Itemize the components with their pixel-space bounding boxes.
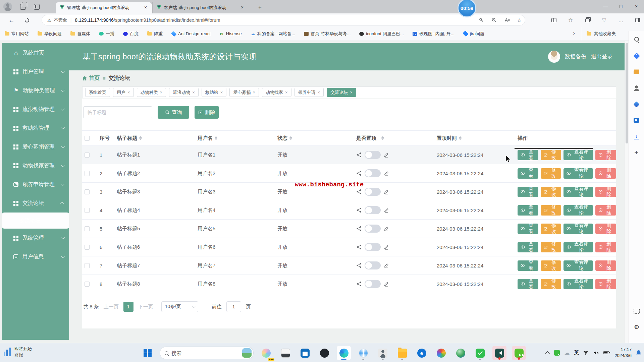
tab-close-icon[interactable]: ×	[239, 5, 245, 11]
data-backup-link[interactable]: 数据备份	[565, 53, 586, 60]
share-icon[interactable]	[356, 263, 362, 268]
bookmark-item[interactable]: 降重	[147, 31, 163, 37]
table-row[interactable]: 8 帖子标题8 用户名8 开放 2024-03-06 15:22:24 查看 修…	[82, 275, 616, 293]
search-icon[interactable]	[630, 34, 643, 46]
sidebar-item[interactable]: 交流论坛	[2, 194, 69, 213]
share-icon[interactable]	[356, 207, 362, 213]
share-icon[interactable]	[356, 281, 362, 287]
collections-icon[interactable]	[583, 16, 592, 24]
edit-button[interactable]: 修改	[541, 224, 561, 234]
page-scrollbar[interactable]	[625, 41, 629, 343]
edit-button[interactable]: 修改	[541, 168, 561, 179]
chip-close-icon[interactable]: ×	[253, 90, 255, 95]
table-row[interactable]: 7 帖子标题7 用户名7 开放 2024-03-06 15:22:24 查看 修…	[82, 256, 616, 275]
table-row[interactable]: 4 帖子标题4 用户名4 开放 2024-03-06 15:22:24 查看 修…	[82, 201, 616, 220]
sidebar-item[interactable]: 爱心募捐管理	[2, 137, 69, 156]
sort-carets[interactable]	[459, 136, 462, 140]
row-checkbox[interactable]	[85, 153, 90, 158]
battery-icon[interactable]	[603, 351, 610, 355]
bookmark-item[interactable]: Ant Design-react	[171, 31, 211, 36]
query-button[interactable]: 查询	[158, 106, 189, 119]
view-button[interactable]: 查看	[518, 224, 538, 234]
table-row[interactable]: 5 帖子标题5 用户名5 开放 2024-03-06 15:22:24 查看 修…	[82, 220, 616, 238]
pin-toggle[interactable]	[365, 280, 381, 288]
view-comments-button[interactable]: 查看评论	[564, 168, 593, 179]
edit-pencil-icon[interactable]	[384, 189, 389, 194]
edit-button[interactable]: 修改	[541, 242, 561, 252]
next-page-button[interactable]: 下一页	[138, 304, 153, 310]
delete-button[interactable]: 删除	[595, 187, 616, 197]
ime-language-indicator[interactable]: 英	[574, 350, 579, 356]
sidebar-item[interactable]: 用户管理	[2, 62, 69, 81]
remote-desktop-icon[interactable]	[376, 346, 390, 360]
page-size-select[interactable]: 10条/页	[161, 301, 198, 312]
microsoft365-icon[interactable]	[630, 98, 643, 111]
filter-tab-chip[interactable]: 动物种类 ×	[137, 88, 166, 97]
user-avatar[interactable]	[548, 51, 560, 63]
view-button[interactable]: 查看	[518, 260, 538, 271]
wechat-tray-icon[interactable]	[554, 350, 560, 356]
edit-button[interactable]: 修改	[541, 187, 561, 197]
sidebar-item[interactable]: 流浪动物管理	[2, 100, 69, 119]
edit-button[interactable]: 修改	[541, 205, 561, 216]
browser-profile-icon[interactable]	[3, 2, 12, 11]
edit-pencil-icon[interactable]	[384, 153, 389, 158]
view-button[interactable]: 查看	[518, 187, 538, 197]
pin-toggle[interactable]	[365, 243, 381, 251]
goto-page-input[interactable]	[226, 301, 241, 312]
sidebar-item[interactable]: 用户信息	[2, 247, 69, 266]
pin-toggle[interactable]	[365, 151, 381, 159]
globe-icon[interactable]	[453, 346, 468, 360]
bookmark-item[interactable]: Hisense	[219, 31, 242, 36]
edit-pencil-icon[interactable]	[384, 171, 389, 176]
zoom-out-icon[interactable]	[491, 17, 497, 23]
sort-carets[interactable]	[215, 136, 217, 140]
browser-essentials-icon[interactable]: ♡	[600, 16, 608, 24]
pinwheel-icon[interactable]	[434, 346, 448, 360]
address-bar[interactable]: ⚠ 不安全 | 8.129.11.174:9046/springbootem91…	[42, 15, 525, 25]
view-comments-button[interactable]: 查看评论	[564, 224, 593, 234]
start-button[interactable]	[141, 346, 154, 360]
e-browser-icon[interactable]: e	[415, 346, 429, 360]
more-menu-icon[interactable]: …	[616, 16, 625, 24]
edge-icon[interactable]	[337, 346, 351, 360]
sidebar-item[interactable]: 动物找家管理	[2, 156, 69, 175]
edit-pencil-icon[interactable]	[384, 263, 389, 268]
chip-close-icon[interactable]: ×	[350, 90, 353, 95]
view-button[interactable]: 查看	[518, 205, 538, 216]
delete-button[interactable]: 删除	[595, 150, 616, 160]
edit-pencil-icon[interactable]	[384, 282, 389, 287]
table-row[interactable]: 6 帖子标题6 用户名6 开放 2024-03-06 15:22:24 查看 修…	[82, 238, 616, 256]
green-check-app-icon[interactable]	[473, 346, 487, 360]
browser-tab[interactable]: 客户端-基于spring boot的流浪动 ×	[152, 2, 249, 13]
maximize-button[interactable]: □	[613, 0, 629, 13]
share-icon[interactable]	[356, 226, 362, 231]
prev-page-button[interactable]: 上一页	[104, 304, 119, 310]
filter-tab-chip[interactable]: 爱心募捐 ×	[229, 88, 259, 97]
edit-pencil-icon[interactable]	[384, 226, 389, 231]
weather-widget[interactable]: 即将开始财报	[3, 346, 32, 358]
copilot-icon[interactable]: PRE	[259, 346, 273, 360]
chip-close-icon[interactable]: ×	[285, 90, 288, 95]
share-icon[interactable]	[356, 244, 362, 250]
bookmark-item[interactable]: 我的备案 - 网站备...	[251, 31, 295, 37]
sidebar-item[interactable]: 动物种类管理	[2, 81, 69, 100]
settings-gear-icon[interactable]	[630, 321, 643, 334]
pin-toggle[interactable]	[365, 188, 381, 196]
games-icon[interactable]	[630, 82, 643, 95]
sort-carets[interactable]	[139, 136, 142, 140]
bookmark-item[interactable]: 常用网站	[5, 31, 29, 37]
pin-toggle[interactable]	[365, 225, 381, 233]
sidebar-item[interactable]: 系统管理	[2, 229, 69, 247]
share-icon[interactable]	[356, 152, 362, 158]
favorites-icon[interactable]: ☆	[566, 16, 575, 24]
filter-tab-chip[interactable]: 流浪动物 ×	[169, 88, 199, 97]
sidebar-item[interactable]: 交流论坛	[2, 213, 69, 229]
page-1-button[interactable]: 1	[123, 302, 133, 312]
new-tab-button[interactable]: +	[256, 3, 264, 12]
outlook-icon[interactable]	[630, 114, 643, 127]
view-comments-button[interactable]: 查看评论	[564, 150, 593, 160]
pin-toggle[interactable]	[365, 169, 381, 177]
sort-carets[interactable]	[381, 136, 384, 140]
view-button[interactable]: 查看	[518, 150, 538, 160]
